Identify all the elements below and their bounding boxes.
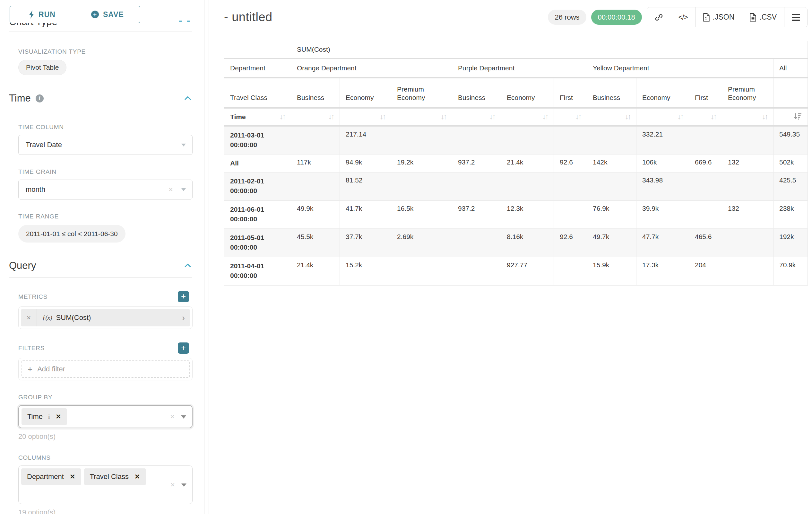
file-icon [703,13,710,22]
time-range-value[interactable]: 2011-01-01 ≤ col < 2011-06-30 [18,225,125,243]
filters-control: + Add filter [18,358,193,380]
pivot-cell: 927.77 [501,257,554,285]
export-csv-button[interactable]: .CSV [742,7,784,27]
menu-button[interactable] [784,7,807,27]
pivot-cell [554,200,587,229]
pivot-cell [722,257,774,285]
time-grain-select[interactable]: month × [18,180,193,199]
time-column-select[interactable]: Travel Date [18,135,193,155]
pivot-sort-cell [774,108,808,126]
row-count-badge: 26 rows [548,10,586,25]
pivot-row-header: 2011-04-01 00:00:00 [224,257,291,285]
sort-toggle-icon[interactable]: ↓↑ [543,113,548,120]
caret-down-icon [181,188,186,191]
clear-icon[interactable]: × [170,412,175,421]
pivot-cell [452,229,501,257]
sort-toggle-icon[interactable]: ↓↑ [489,113,495,120]
option-label: Department [27,472,64,481]
pivot-cell: 41.7k [340,200,391,229]
sort-toggle-icon[interactable]: ↓↑ [625,113,630,120]
caret-down-icon [181,143,186,146]
add-filter-placeholder[interactable]: + Add filter [21,360,190,378]
selected-option-pill[interactable]: Timei✕ [22,408,67,425]
caret-down-icon[interactable] [181,415,186,418]
add-metric-button[interactable]: + [178,291,189,302]
columns-options-hint: 19 option(s) [18,508,192,514]
remove-option-icon[interactable]: ✕ [70,473,76,481]
pivot-cell: 2.69k [391,229,452,257]
plus-circle-icon: + [91,10,99,18]
pivot-cell [722,126,774,154]
visualization-type-value[interactable]: Pivot Table [18,60,66,75]
selected-option-pill[interactable]: Department✕ [21,468,81,485]
run-button[interactable]: RUN [10,6,75,23]
sort-cell-content: ↓↑ [397,113,446,120]
pivot-col-header: First [554,78,587,108]
control-panel: Chart Type RUN + SAVE VISUALIZATION TYPE… [0,0,204,514]
pivot-cell: 16.5k [391,200,452,229]
add-filter-button[interactable]: + [178,343,189,354]
pivot-cell: 549.35 [774,126,808,154]
pivot-row-header: 2011-03-01 00:00:00 [224,126,291,154]
pivot-row-header: 2011-06-01 00:00:00 [224,200,291,229]
chart-title[interactable]: - untitled [224,10,272,24]
pivot-cell: 106k [636,154,689,172]
chevron-up-icon[interactable] [183,261,192,270]
pivot-group-header: Purple Department [452,58,587,78]
sort-toggle-icon[interactable]: ↓↑ [380,113,385,120]
pivot-sort-cell: ↓↑ [391,108,452,126]
export-json-button[interactable]: .JSON [695,7,742,27]
info-icon: i [48,413,50,420]
pivot-sort-cell: ↓↑ [636,108,689,126]
remove-option-icon[interactable]: ✕ [135,473,140,481]
sort-toggle-icon[interactable]: ↓↑ [441,113,446,120]
add-filter-text: Add filter [37,365,65,373]
pivot-col-header: Business [452,78,501,108]
pivot-metric-header: SUM(Cost) [291,41,808,58]
group-by-select[interactable]: Timei✕ × [18,405,193,428]
share-link-button[interactable] [647,7,671,27]
pivot-cell: 21.4k [501,154,554,172]
columns-select[interactable]: Department✕Travel Class✕ × [18,465,193,504]
run-button-label: RUN [38,10,56,19]
metric-pill[interactable]: × ƒ(x) SUM(Cost) › [21,309,190,326]
sort-toggle-icon[interactable]: ↓↑ [710,113,716,120]
sort-toggle-icon[interactable]: ↓↑ [328,113,334,120]
query-duration-badge: 00:00:00.18 [591,10,642,25]
pivot-cell: 937.2 [452,154,501,172]
sort-toggle-icon[interactable]: ↓↑ [576,113,581,120]
pivot-cell: 94.9k [340,154,391,172]
pivot-cell: 669.6 [689,154,722,172]
option-label: Time [27,412,43,421]
pivot-cell [291,126,340,154]
remove-metric-icon[interactable]: × [21,309,37,326]
pivot-cell [554,257,587,285]
clear-icon[interactable]: × [169,186,173,193]
sort-toggle-icon[interactable]: ↓↑ [677,113,683,120]
pivot-sort-cell: ↓↑ [452,108,501,126]
pivot-cell: 192k [774,229,808,257]
chevron-right-icon[interactable]: › [182,313,185,323]
pivot-sort-cell: ↓↑ [501,108,554,126]
visualization-type-label: VISUALIZATION TYPE [18,48,192,55]
clear-icon[interactable]: × [170,480,175,489]
save-button[interactable]: + SAVE [75,6,140,23]
sort-toggle-icon[interactable]: ↓↑ [280,113,285,120]
remove-option-icon[interactable]: ✕ [56,413,61,421]
view-query-button[interactable]: </> [671,7,695,27]
columns-label: COLUMNS [18,454,192,461]
save-button-label: SAVE [103,10,124,19]
pivot-col-header: Business [291,78,340,108]
selected-option-pill[interactable]: Travel Class✕ [84,468,146,485]
pivot-cell [452,172,501,200]
query-section-title: Query [9,260,36,271]
clipped-icon-marks [179,21,190,22]
chevron-up-icon[interactable] [183,94,192,103]
caret-down-icon[interactable] [181,484,186,487]
pivot-cell [722,172,774,200]
time-grain-value: month [26,185,45,194]
pivot-corner-cell [224,41,291,58]
sort-descending-active-icon[interactable] [793,112,802,121]
sort-toggle-icon[interactable]: ↓↑ [762,113,767,120]
table-row: 2011-04-01 00:00:0021.4k15.2k927.7715.9k… [224,257,808,285]
